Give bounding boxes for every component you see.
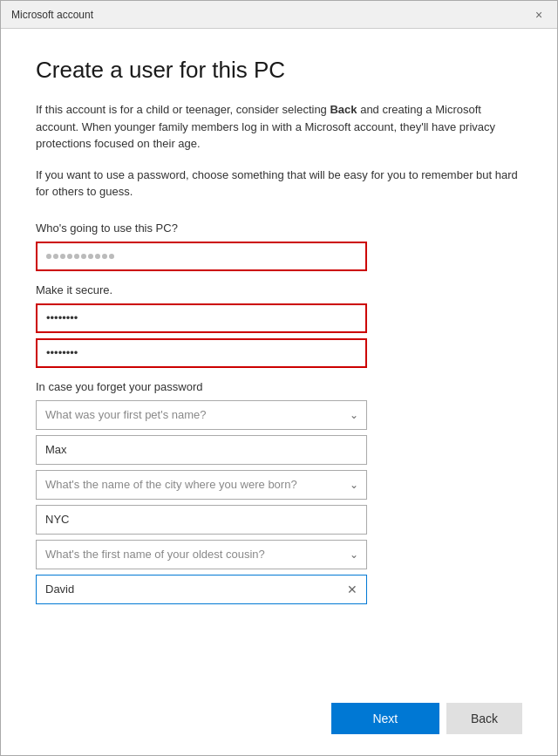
dot-3 — [60, 254, 65, 259]
close-button[interactable]: × — [531, 7, 547, 23]
security-q1-dropdown[interactable]: What was your first pet's name? — [36, 400, 367, 430]
window-title: Microsoft account — [11, 9, 93, 21]
dot-6 — [81, 254, 86, 259]
page-title: Create a user for this PC — [36, 57, 522, 84]
description-2: If you want to use a password, choose so… — [36, 167, 522, 201]
next-button[interactable]: Next — [331, 703, 439, 734]
username-field-wrapper — [36, 242, 367, 271]
dot-4 — [67, 254, 72, 259]
dot-8 — [95, 254, 100, 259]
back-bold: Back — [330, 103, 357, 116]
security-q2-dropdown[interactable]: What's the name of the city where you we… — [36, 470, 367, 500]
label-forgot: In case you forget your password — [36, 380, 522, 393]
label-secure: Make it secure. — [36, 283, 522, 296]
security-q3-wrapper: What's the first name of your oldest cou… — [36, 540, 367, 569]
back-button[interactable]: Back — [446, 703, 522, 734]
security-q1-wrapper: What was your first pet's name? ⌄ — [36, 400, 367, 430]
security-a2-field[interactable] — [36, 505, 367, 535]
password-field[interactable] — [36, 303, 367, 333]
username-placeholder-dots — [46, 254, 114, 259]
dot-9 — [102, 254, 107, 259]
dot-7 — [88, 254, 93, 259]
dot-2 — [53, 254, 58, 259]
confirm-password-field[interactable] — [36, 338, 367, 368]
security-q2-wrapper: What's the name of the city where you we… — [36, 470, 367, 500]
security-q3-dropdown[interactable]: What's the first name of your oldest cou… — [36, 540, 367, 569]
dot-1 — [46, 254, 51, 259]
clear-icon[interactable]: ✕ — [338, 582, 366, 596]
description-1: If this account is for a child or teenag… — [36, 101, 522, 153]
window: Microsoft account × Create a user for th… — [0, 0, 558, 756]
label-username: Who's going to use this PC? — [36, 221, 522, 235]
dot-5 — [74, 254, 79, 259]
content-area: Create a user for this PC If this accoun… — [1, 29, 557, 755]
dot-10 — [109, 254, 114, 259]
button-row: Next Back — [36, 685, 522, 734]
security-a1-field[interactable] — [36, 435, 367, 465]
title-bar: Microsoft account × — [1, 1, 557, 29]
security-a3-wrapper: ✕ — [36, 575, 367, 604]
security-a3-field[interactable] — [37, 582, 338, 596]
